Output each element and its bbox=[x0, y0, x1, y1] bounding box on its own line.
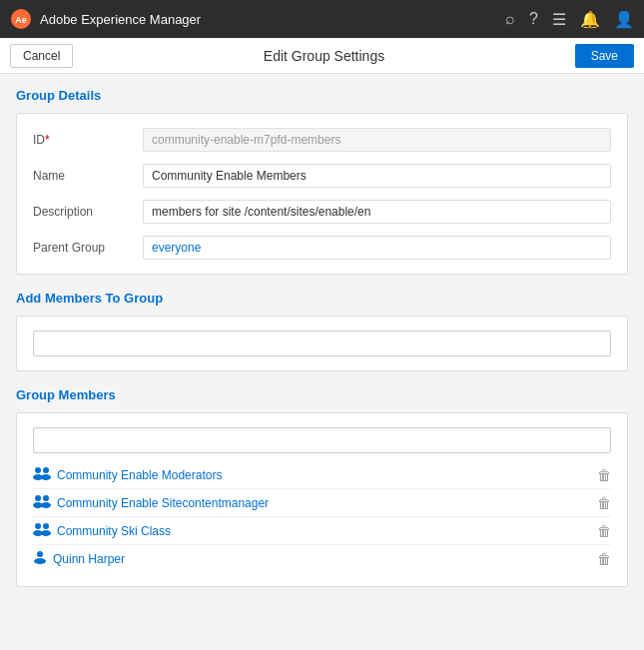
parent-group-link[interactable]: everyone bbox=[152, 241, 201, 255]
top-navigation: Ae Adobe Experience Manager ⌕ ? ☰ 🔔 👤 bbox=[0, 0, 644, 38]
add-members-title: Add Members To Group bbox=[16, 291, 628, 306]
name-input[interactable] bbox=[143, 164, 611, 188]
page-title: Edit Group Settings bbox=[73, 48, 574, 64]
member-info: Quinn Harper bbox=[33, 550, 125, 567]
member-row: Community Enable Sitecontentmanager 🗑 bbox=[33, 489, 611, 517]
member-name-link[interactable]: Quinn Harper bbox=[53, 552, 125, 566]
delete-member-button[interactable]: 🗑 bbox=[597, 523, 611, 539]
id-label: ID* bbox=[33, 133, 143, 147]
group-members-card: Community Enable Moderators 🗑 Community … bbox=[16, 412, 628, 587]
nav-icon-group: ⌕ ? ☰ 🔔 👤 bbox=[505, 10, 634, 29]
member-row: Community Ski Class 🗑 bbox=[33, 517, 611, 545]
user-icon bbox=[33, 550, 47, 567]
group-details-card: ID* Name Description Parent Group everyo… bbox=[16, 113, 628, 275]
svg-text:Ae: Ae bbox=[15, 15, 27, 25]
apps-icon[interactable]: ☰ bbox=[552, 10, 566, 29]
group-icon bbox=[33, 466, 51, 483]
group-icon bbox=[33, 494, 51, 511]
svg-point-7 bbox=[43, 495, 49, 501]
id-input bbox=[143, 128, 611, 152]
member-row: Community Enable Moderators 🗑 bbox=[33, 461, 611, 489]
member-row: Quinn Harper 🗑 bbox=[33, 545, 611, 572]
name-row: Name bbox=[33, 164, 611, 188]
svg-point-3 bbox=[43, 467, 49, 473]
description-input[interactable] bbox=[143, 200, 611, 224]
member-info: Community Enable Sitecontentmanager bbox=[33, 494, 269, 511]
parent-group-row: Parent Group everyone bbox=[33, 236, 611, 260]
required-marker: * bbox=[45, 133, 50, 147]
description-row: Description bbox=[33, 200, 611, 224]
add-members-input[interactable] bbox=[33, 330, 611, 356]
member-name-link[interactable]: Community Enable Sitecontentmanager bbox=[57, 496, 269, 510]
help-icon[interactable]: ? bbox=[529, 10, 538, 28]
cancel-button[interactable]: Cancel bbox=[10, 44, 73, 68]
svg-point-9 bbox=[41, 502, 51, 508]
svg-point-10 bbox=[35, 523, 41, 529]
svg-point-2 bbox=[35, 467, 41, 473]
description-label: Description bbox=[33, 205, 143, 219]
group-details-title: Group Details bbox=[16, 88, 628, 103]
svg-point-11 bbox=[43, 523, 49, 529]
add-members-card bbox=[16, 316, 628, 371]
name-label: Name bbox=[33, 169, 143, 183]
parent-group-field: everyone bbox=[143, 236, 611, 260]
group-icon bbox=[33, 522, 51, 539]
member-name-link[interactable]: Community Enable Moderators bbox=[57, 468, 222, 482]
svg-point-6 bbox=[35, 495, 41, 501]
page-toolbar: Cancel Edit Group Settings Save bbox=[0, 38, 644, 74]
aem-logo-icon: Ae bbox=[10, 8, 32, 30]
search-icon[interactable]: ⌕ bbox=[505, 10, 515, 28]
members-list: Community Enable Moderators 🗑 Community … bbox=[33, 461, 611, 572]
svg-point-15 bbox=[34, 558, 46, 564]
app-title: Adobe Experience Manager bbox=[40, 12, 201, 27]
user-icon[interactable]: 👤 bbox=[614, 10, 634, 29]
svg-point-14 bbox=[37, 551, 43, 557]
delete-member-button[interactable]: 🗑 bbox=[597, 551, 611, 567]
app-branding: Ae Adobe Experience Manager bbox=[10, 8, 201, 30]
main-content: Group Details ID* Name Description Paren… bbox=[0, 74, 644, 617]
notifications-icon[interactable]: 🔔 bbox=[580, 10, 600, 29]
member-name-link[interactable]: Community Ski Class bbox=[57, 524, 171, 538]
save-button[interactable]: Save bbox=[575, 44, 634, 68]
svg-point-5 bbox=[41, 474, 51, 480]
member-info: Community Enable Moderators bbox=[33, 466, 222, 483]
svg-point-13 bbox=[41, 530, 51, 536]
group-members-title: Group Members bbox=[16, 387, 628, 402]
group-members-search-input[interactable] bbox=[33, 427, 611, 453]
member-info: Community Ski Class bbox=[33, 522, 171, 539]
parent-group-label: Parent Group bbox=[33, 241, 143, 255]
delete-member-button[interactable]: 🗑 bbox=[597, 467, 611, 483]
delete-member-button[interactable]: 🗑 bbox=[597, 495, 611, 511]
id-row: ID* bbox=[33, 128, 611, 152]
